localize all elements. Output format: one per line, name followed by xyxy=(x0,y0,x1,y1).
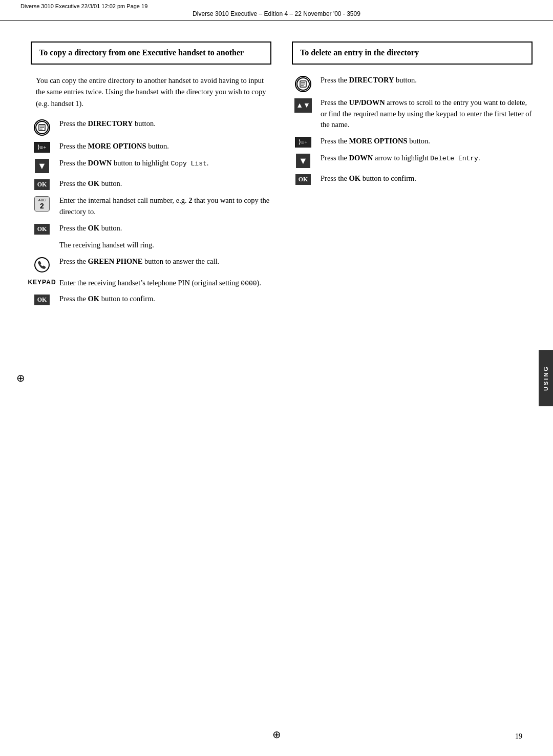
left-section-header: To copy a directory from one Executive h… xyxy=(31,41,271,65)
left-step-9-text: Enter the receiving handset’s telephone … xyxy=(59,278,271,289)
right-sidebar: USING xyxy=(539,350,553,406)
intro-text: You can copy the entire directory to ano… xyxy=(36,75,271,109)
left-step-8-text: Press the GREEN PHONE button to answer t… xyxy=(59,256,271,267)
left-step-1-text: Press the DIRECTORY button. xyxy=(59,118,271,130)
ok-icon-left-3: OK xyxy=(34,295,50,305)
keypad-icon: ABC 2 xyxy=(34,196,50,212)
ok-icon-cell-right: OK xyxy=(292,173,314,185)
down-icon-left: ▼ xyxy=(35,159,49,173)
more-options-icon-cell-right: ⟩≡+ xyxy=(292,136,314,148)
phone-icon-cell xyxy=(31,256,53,272)
keypad-label: KEYPAD xyxy=(28,279,56,286)
page-number: 19 xyxy=(515,732,522,741)
left-cross: ⊕ xyxy=(16,372,25,384)
right-step-2-text: Press the UP/DOWN arrows to scroll to th… xyxy=(321,97,533,131)
ok-icon-cell-left-3: OK xyxy=(31,293,53,305)
directory-icon-right xyxy=(295,76,311,92)
left-step-4: OK Press the OK button. xyxy=(31,178,271,190)
left-step-8: Press the GREEN PHONE button to answer t… xyxy=(31,256,271,272)
left-step-1: Press the DIRECTORY button. xyxy=(31,118,271,136)
header-line2: Diverse 3010 Executive – Edition 4 – 22 … xyxy=(20,10,533,17)
left-step-10: OK Press the OK button to confirm. xyxy=(31,293,271,305)
down-icon-right: ▼ xyxy=(296,154,310,168)
bottom-cross: ⊕ xyxy=(272,728,281,741)
more-options-icon-cell-left: ⟩≡+ xyxy=(31,141,53,153)
ok-icon-left-1: OK xyxy=(34,179,50,190)
left-step-5: ABC 2 Enter the internal handset call nu… xyxy=(31,195,271,218)
ok-icon-right: OK xyxy=(295,174,311,185)
left-step-2: ⟩≡+ Press the MORE OPTIONS button. xyxy=(31,141,271,153)
directory-icon xyxy=(34,119,50,136)
more-options-icon-right: ⟩≡+ xyxy=(295,137,311,148)
updown-icon: ▲▼ xyxy=(294,98,312,113)
left-step-6-text: Press the OK button. xyxy=(59,223,271,234)
right-step-1-text: Press the DIRECTORY button. xyxy=(321,75,533,86)
phone-icon xyxy=(34,257,50,272)
keypad-icon-cell: ABC 2 xyxy=(31,195,53,212)
more-options-icon-left: ⟩≡+ xyxy=(34,142,50,153)
left-step-5-text: Enter the internal handset call number, … xyxy=(59,195,271,218)
ok-icon-left-2: OK xyxy=(34,224,50,235)
right-step-5: OK Press the OK button to confirm. xyxy=(292,173,533,185)
right-step-3: ⟩≡+ Press the MORE OPTIONS button. xyxy=(292,136,533,148)
left-step-10-text: Press the OK button to confirm. xyxy=(59,293,271,305)
keypad-label-cell: KEYPAD xyxy=(31,278,53,286)
sidebar-text: USING xyxy=(543,365,549,391)
page-content: To copy a directory from one Executive h… xyxy=(0,21,553,331)
right-step-4: ▼ Press the DOWN arrow to highlight Dele… xyxy=(292,153,533,168)
right-section-header: To delete an entry in the directory xyxy=(292,41,533,65)
left-step-3-text: Press the DOWN button to highlight Copy … xyxy=(59,158,271,169)
down-icon-cell-left: ▼ xyxy=(31,158,53,173)
updown-icon-cell: ▲▼ xyxy=(292,97,314,113)
page-header: Diverse 3010 Executive 22/3/01 12:02 pm … xyxy=(0,0,553,21)
right-step-1: Press the DIRECTORY button. xyxy=(292,75,533,92)
left-column: To copy a directory from one Executive h… xyxy=(31,41,271,310)
left-step-7: The receiving handset will ring. xyxy=(31,240,271,251)
spacer-icon-cell xyxy=(31,240,53,241)
right-column: To delete an entry in the directory Pres… xyxy=(292,41,533,310)
down-icon-cell-right: ▼ xyxy=(292,153,314,168)
left-step-9: KEYPAD Enter the receiving handset’s tel… xyxy=(31,278,271,289)
left-step-3: ▼ Press the DOWN button to highlight Cop… xyxy=(31,158,271,173)
left-step-2-text: Press the MORE OPTIONS button. xyxy=(59,141,271,152)
left-step-4-text: Press the OK button. xyxy=(59,178,271,190)
left-step-7-text: The receiving handset will ring. xyxy=(59,240,271,251)
right-step-5-text: Press the OK button to confirm. xyxy=(321,173,533,184)
header-line1: Diverse 3010 Executive 22/3/01 12:02 pm … xyxy=(20,3,533,9)
ok-icon-cell-left-1: OK xyxy=(31,178,53,190)
ok-icon-cell-left-2: OK xyxy=(31,223,53,235)
left-step-6: OK Press the OK button. xyxy=(31,223,271,235)
right-step-4-text: Press the DOWN arrow to highlight Delete… xyxy=(321,153,533,164)
directory-icon-cell-right xyxy=(292,75,314,92)
right-step-3-text: Press the MORE OPTIONS button. xyxy=(321,136,533,147)
right-step-2: ▲▼ Press the UP/DOWN arrows to scroll to… xyxy=(292,97,533,131)
directory-icon-cell xyxy=(31,118,53,136)
